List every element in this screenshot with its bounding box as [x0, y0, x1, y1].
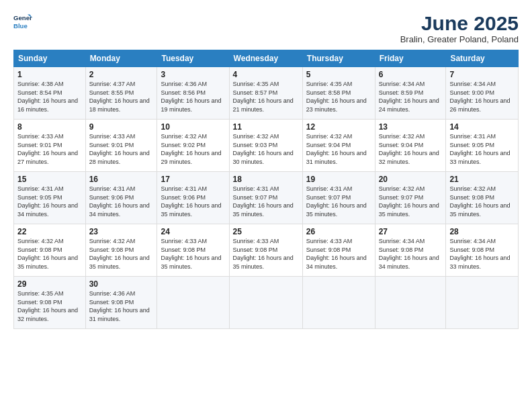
header-tuesday: Tuesday: [157, 50, 229, 67]
day-number: 20: [379, 175, 443, 184]
day-number: 4: [233, 70, 299, 79]
calendar-cell: 26 Sunrise: 4:33 AMSunset: 9:08 PMDaylig…: [302, 224, 375, 277]
calendar-cell: [229, 277, 302, 329]
day-info: Sunrise: 4:31 AMSunset: 9:06 PMDaylight:…: [89, 185, 150, 218]
calendar-cell: 2 Sunrise: 4:37 AMSunset: 8:55 PMDayligh…: [85, 67, 157, 120]
calendar-cell: 21 Sunrise: 4:32 AMSunset: 9:08 PMDaylig…: [446, 172, 519, 224]
logo-icon: General Blue: [13, 12, 32, 31]
day-number: 10: [161, 122, 225, 132]
calendar-cell: 30 Sunrise: 4:36 AMSunset: 9:08 PMDaylig…: [85, 277, 157, 329]
day-number: 15: [17, 175, 82, 184]
day-info: Sunrise: 4:32 AMSunset: 9:08 PMDaylight:…: [449, 185, 510, 218]
weekday-header-row: Sunday Monday Tuesday Wednesday Thursday…: [14, 50, 519, 67]
day-info: Sunrise: 4:34 AMSunset: 9:08 PMDaylight:…: [379, 238, 439, 270]
day-number: 13: [379, 122, 443, 132]
day-number: 8: [17, 122, 82, 132]
week-row-4: 22 Sunrise: 4:32 AMSunset: 9:08 PMDaylig…: [14, 224, 519, 277]
day-info: Sunrise: 4:35 AMSunset: 9:08 PMDaylight:…: [17, 290, 78, 322]
day-info: Sunrise: 4:31 AMSunset: 9:07 PMDaylight:…: [306, 185, 367, 218]
calendar-cell: 16 Sunrise: 4:31 AMSunset: 9:06 PMDaylig…: [85, 172, 157, 224]
day-info: Sunrise: 4:32 AMSunset: 9:03 PMDaylight:…: [233, 133, 294, 165]
day-info: Sunrise: 4:36 AMSunset: 9:08 PMDaylight:…: [89, 290, 150, 322]
day-number: 22: [17, 227, 82, 236]
day-number: 5: [306, 70, 371, 79]
day-number: 16: [89, 175, 154, 184]
calendar-cell: 6 Sunrise: 4:34 AMSunset: 8:59 PMDayligh…: [375, 67, 446, 120]
day-number: 27: [379, 227, 443, 236]
day-info: Sunrise: 4:32 AMSunset: 9:08 PMDaylight:…: [17, 238, 78, 270]
calendar-cell: [157, 277, 229, 329]
day-number: 26: [306, 227, 371, 236]
calendar-cell: 25 Sunrise: 4:33 AMSunset: 9:08 PMDaylig…: [229, 224, 302, 277]
day-info: Sunrise: 4:38 AMSunset: 8:54 PMDaylight:…: [17, 81, 78, 113]
calendar-cell: 19 Sunrise: 4:31 AMSunset: 9:07 PMDaylig…: [302, 172, 375, 224]
day-number: 6: [379, 70, 443, 79]
day-number: 25: [233, 227, 299, 236]
calendar-cell: 15 Sunrise: 4:31 AMSunset: 9:05 PMDaylig…: [14, 172, 86, 224]
week-row-1: 1 Sunrise: 4:38 AMSunset: 8:54 PMDayligh…: [14, 67, 519, 120]
day-number: 12: [306, 122, 371, 132]
svg-text:Blue: Blue: [13, 22, 28, 30]
calendar-cell: 14 Sunrise: 4:31 AMSunset: 9:05 PMDaylig…: [446, 120, 519, 172]
subtitle: Bralin, Greater Poland, Poland: [400, 34, 519, 44]
day-number: 23: [89, 227, 154, 236]
calendar-cell: 11 Sunrise: 4:32 AMSunset: 9:03 PMDaylig…: [229, 120, 302, 172]
day-info: Sunrise: 4:31 AMSunset: 9:05 PMDaylight:…: [17, 185, 78, 218]
day-number: 21: [449, 175, 515, 184]
calendar-cell: 23 Sunrise: 4:32 AMSunset: 9:08 PMDaylig…: [85, 224, 157, 277]
day-info: Sunrise: 4:32 AMSunset: 9:02 PMDaylight:…: [161, 133, 221, 165]
calendar-cell: [446, 277, 519, 329]
calendar-cell: 3 Sunrise: 4:36 AMSunset: 8:56 PMDayligh…: [157, 67, 229, 120]
day-info: Sunrise: 4:37 AMSunset: 8:55 PMDaylight:…: [89, 81, 150, 113]
calendar-cell: 9 Sunrise: 4:33 AMSunset: 9:01 PMDayligh…: [85, 120, 157, 172]
week-row-3: 15 Sunrise: 4:31 AMSunset: 9:05 PMDaylig…: [14, 172, 519, 224]
day-number: 7: [449, 70, 515, 79]
header: General Blue June 2025 Bralin, Greater P…: [13, 12, 519, 44]
calendar-cell: 13 Sunrise: 4:32 AMSunset: 9:04 PMDaylig…: [375, 120, 446, 172]
title-block: June 2025 Bralin, Greater Poland, Poland: [400, 12, 519, 44]
header-saturday: Saturday: [446, 50, 519, 67]
header-wednesday: Wednesday: [229, 50, 302, 67]
day-info: Sunrise: 4:33 AMSunset: 9:08 PMDaylight:…: [161, 238, 221, 270]
day-info: Sunrise: 4:34 AMSunset: 9:00 PMDaylight:…: [449, 81, 510, 113]
week-row-2: 8 Sunrise: 4:33 AMSunset: 9:01 PMDayligh…: [14, 120, 519, 172]
day-number: 28: [449, 227, 515, 236]
day-number: 17: [161, 175, 225, 184]
day-info: Sunrise: 4:34 AMSunset: 9:08 PMDaylight:…: [449, 238, 510, 270]
calendar-cell: 1 Sunrise: 4:38 AMSunset: 8:54 PMDayligh…: [14, 67, 86, 120]
day-info: Sunrise: 4:31 AMSunset: 9:06 PMDaylight:…: [161, 185, 221, 218]
day-number: 24: [161, 227, 225, 236]
day-info: Sunrise: 4:35 AMSunset: 8:58 PMDaylight:…: [306, 81, 367, 113]
calendar-cell: [302, 277, 375, 329]
header-monday: Monday: [85, 50, 157, 67]
day-info: Sunrise: 4:32 AMSunset: 9:07 PMDaylight:…: [379, 185, 439, 218]
day-info: Sunrise: 4:31 AMSunset: 9:05 PMDaylight:…: [449, 133, 510, 165]
day-number: 3: [161, 70, 225, 79]
calendar-cell: 20 Sunrise: 4:32 AMSunset: 9:07 PMDaylig…: [375, 172, 446, 224]
calendar-cell: 29 Sunrise: 4:35 AMSunset: 9:08 PMDaylig…: [14, 277, 86, 329]
calendar-cell: [375, 277, 446, 329]
calendar-cell: 10 Sunrise: 4:32 AMSunset: 9:02 PMDaylig…: [157, 120, 229, 172]
calendar-cell: 4 Sunrise: 4:35 AMSunset: 8:57 PMDayligh…: [229, 67, 302, 120]
day-info: Sunrise: 4:35 AMSunset: 8:57 PMDaylight:…: [233, 81, 294, 113]
day-number: 29: [17, 279, 82, 289]
day-info: Sunrise: 4:32 AMSunset: 9:08 PMDaylight:…: [89, 238, 150, 270]
header-sunday: Sunday: [14, 50, 86, 67]
day-number: 30: [89, 279, 154, 289]
calendar-cell: 28 Sunrise: 4:34 AMSunset: 9:08 PMDaylig…: [446, 224, 519, 277]
calendar-cell: 12 Sunrise: 4:32 AMSunset: 9:04 PMDaylig…: [302, 120, 375, 172]
day-info: Sunrise: 4:34 AMSunset: 8:59 PMDaylight:…: [379, 81, 439, 113]
day-number: 1: [17, 70, 82, 79]
day-number: 11: [233, 122, 299, 132]
day-number: 9: [89, 122, 154, 132]
main-title: June 2025: [400, 12, 519, 34]
week-row-5: 29 Sunrise: 4:35 AMSunset: 9:08 PMDaylig…: [14, 277, 519, 329]
calendar-cell: 27 Sunrise: 4:34 AMSunset: 9:08 PMDaylig…: [375, 224, 446, 277]
day-info: Sunrise: 4:33 AMSunset: 9:01 PMDaylight:…: [89, 133, 150, 165]
day-number: 19: [306, 175, 371, 184]
day-info: Sunrise: 4:33 AMSunset: 9:08 PMDaylight:…: [233, 238, 294, 270]
header-thursday: Thursday: [302, 50, 375, 67]
header-friday: Friday: [375, 50, 446, 67]
calendar-cell: 8 Sunrise: 4:33 AMSunset: 9:01 PMDayligh…: [14, 120, 86, 172]
day-number: 14: [449, 122, 515, 132]
